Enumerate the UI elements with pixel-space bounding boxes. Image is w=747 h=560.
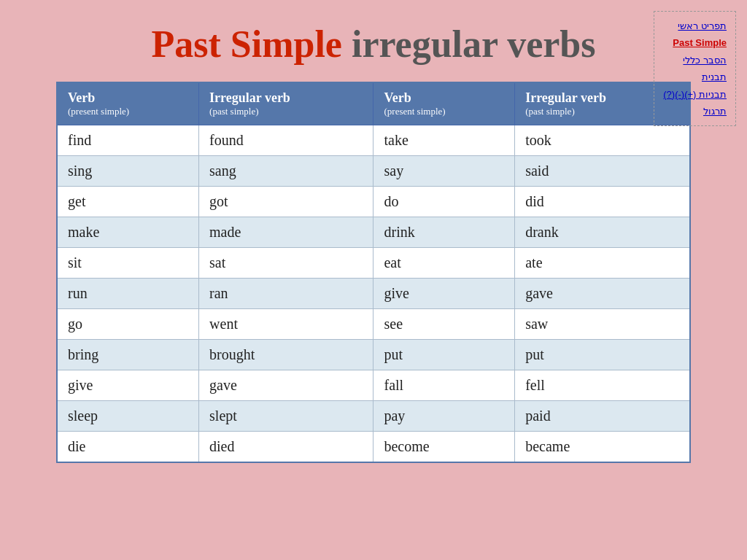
- sidebar-nav: תפריט ראשי Past Simple הסבר כללי תבנית ת…: [654, 11, 736, 126]
- table-cell: brought: [199, 340, 374, 370]
- table-cell: make: [57, 217, 199, 248]
- table-cell: eat: [374, 248, 515, 279]
- table-cell: ran: [199, 279, 374, 309]
- table-cell: said: [515, 156, 690, 187]
- table-cell: pay: [374, 401, 515, 432]
- table-row: gowentseesaw: [57, 309, 690, 340]
- table-row: diediedbecomebecame: [57, 432, 690, 463]
- table-cell: drink: [374, 217, 515, 248]
- table-cell: sleep: [57, 401, 199, 432]
- table-cell: paid: [515, 401, 690, 432]
- nav-item-patterns-plus[interactable]: תבניות (+)(-)(?): [663, 86, 727, 103]
- table-cell: saw: [515, 309, 690, 340]
- title-irregular-verbs: irregular verbs: [352, 23, 596, 65]
- table-row: givegavefallfell: [57, 370, 690, 401]
- table-cell: gave: [515, 279, 690, 309]
- table-cell: sing: [57, 156, 199, 187]
- table-cell: died: [199, 432, 374, 463]
- table-cell: made: [199, 217, 374, 248]
- table-cell: sit: [57, 248, 199, 279]
- title-past-simple: Past Simple: [151, 23, 341, 65]
- table-cell: took: [515, 125, 690, 156]
- table-cell: sang: [199, 156, 374, 187]
- table-cell: became: [515, 432, 690, 463]
- table-cell: fall: [374, 370, 515, 401]
- nav-item-general[interactable]: הסבר כללי: [663, 52, 727, 69]
- verb-table-wrapper: Verb (present simple) Irregular verb (pa…: [56, 82, 691, 463]
- table-cell: do: [374, 187, 515, 217]
- table-row: findfoundtaketook: [57, 125, 690, 156]
- table-row: getgotdodid: [57, 187, 690, 217]
- table-cell: slept: [199, 401, 374, 432]
- table-cell: give: [57, 370, 199, 401]
- page-container: תפריט ראשי Past Simple הסבר כללי תבנית ת…: [0, 0, 747, 560]
- table-cell: get: [57, 187, 199, 217]
- page-title: Past Simple irregular verbs: [22, 22, 725, 67]
- col-header-verb2: Verb (present simple): [374, 82, 515, 125]
- table-cell: see: [374, 309, 515, 340]
- nav-item-past-simple[interactable]: Past Simple: [663, 34, 727, 51]
- table-cell: went: [199, 309, 374, 340]
- col-header-irregular1: Irregular verb (past simple): [199, 82, 374, 125]
- table-row: sleepsleptpaypaid: [57, 401, 690, 432]
- nav-item-practice[interactable]: תרגול: [663, 103, 727, 120]
- table-cell: run: [57, 279, 199, 309]
- table-row: sitsateatate: [57, 248, 690, 279]
- table-row: singsangsaysaid: [57, 156, 690, 187]
- table-cell: gave: [199, 370, 374, 401]
- table-header-row: Verb (present simple) Irregular verb (pa…: [57, 82, 690, 125]
- table-cell: become: [374, 432, 515, 463]
- table-cell: found: [199, 125, 374, 156]
- table-cell: bring: [57, 340, 199, 370]
- table-cell: got: [199, 187, 374, 217]
- table-cell: put: [374, 340, 515, 370]
- table-row: makemadedrinkdrank: [57, 217, 690, 248]
- table-cell: fell: [515, 370, 690, 401]
- table-cell: drank: [515, 217, 690, 248]
- nav-item-pattern[interactable]: תבנית: [663, 69, 727, 85]
- table-cell: die: [57, 432, 199, 463]
- irregular-verbs-table: Verb (present simple) Irregular verb (pa…: [56, 82, 691, 463]
- table-cell: say: [374, 156, 515, 187]
- table-row: bringbroughtputput: [57, 340, 690, 370]
- table-row: runrangivegave: [57, 279, 690, 309]
- table-cell: ate: [515, 248, 690, 279]
- table-cell: find: [57, 125, 199, 156]
- table-cell: sat: [199, 248, 374, 279]
- table-cell: put: [515, 340, 690, 370]
- col-header-verb1: Verb (present simple): [57, 82, 199, 125]
- table-cell: take: [374, 125, 515, 156]
- table-cell: did: [515, 187, 690, 217]
- nav-item-main[interactable]: תפריט ראשי: [663, 18, 727, 34]
- table-cell: go: [57, 309, 199, 340]
- table-body: findfoundtaketooksingsangsaysaidgetgotdo…: [57, 125, 690, 463]
- table-cell: give: [374, 279, 515, 309]
